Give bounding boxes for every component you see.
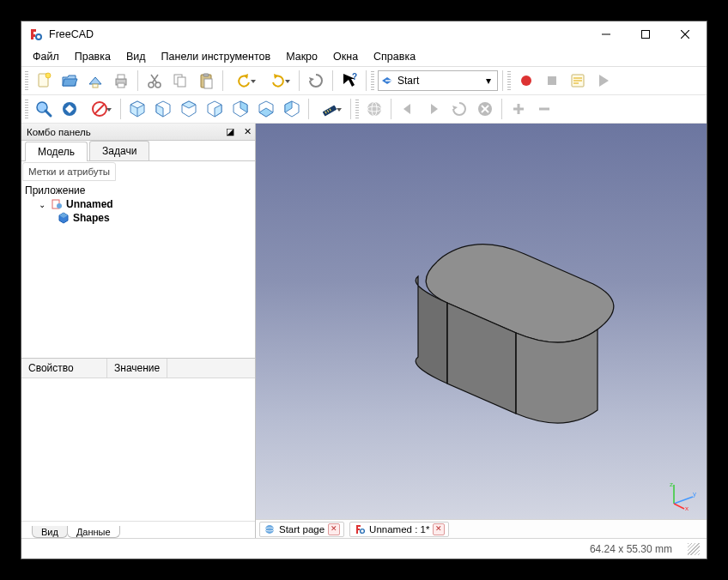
tab-data[interactable]: Данные [67, 526, 120, 538]
svg-text:z: z [670, 480, 673, 488]
svg-line-51 [674, 504, 684, 509]
svg-point-36 [367, 102, 381, 116]
menu-help[interactable]: Справка [366, 49, 423, 64]
model-tree[interactable]: Метки и атрибуты Приложение ⌄ Unnamed [21, 161, 255, 358]
tree-document[interactable]: ⌄ Unnamed [25, 197, 252, 211]
titlebar: FreeCAD [21, 21, 707, 47]
svg-rect-10 [118, 83, 124, 88]
svg-text:?: ? [352, 72, 357, 82]
svg-point-6 [46, 73, 51, 78]
property-column-header[interactable]: Свойство [21, 359, 107, 378]
macro-record-button[interactable] [514, 69, 538, 93]
toolbar-file: ? Start ▾ [21, 67, 707, 95]
svg-point-11 [149, 82, 154, 88]
tree-label: Shapes [73, 212, 110, 224]
web-home-button[interactable] [362, 97, 386, 121]
menu-file[interactable]: Файл [25, 49, 67, 64]
view-right-button[interactable] [203, 97, 227, 121]
toolbar-grip-icon[interactable] [25, 71, 28, 90]
svg-text:x: x [685, 504, 689, 511]
doctab-label: Start page [279, 524, 325, 535]
view-top-button[interactable] [177, 97, 201, 121]
tab-tasks[interactable]: Задачи [89, 141, 149, 160]
menu-toolpanels[interactable]: Панели инструментов [154, 49, 279, 64]
3d-viewport[interactable]: z y x [256, 124, 707, 519]
globe-icon [264, 523, 276, 535]
view-front-button[interactable] [151, 97, 175, 121]
tree-shape[interactable]: Shapes [25, 211, 252, 225]
zoom-selection-button[interactable] [58, 97, 82, 121]
close-button[interactable] [665, 22, 705, 46]
nav-refresh-button[interactable] [447, 97, 471, 121]
svg-point-21 [521, 76, 531, 86]
measure-button[interactable] [313, 97, 346, 121]
svg-rect-9 [118, 75, 124, 79]
svg-rect-22 [548, 76, 556, 85]
svg-line-28 [46, 111, 51, 116]
combo-tabs: Модель Задачи [21, 141, 255, 161]
workbench-selector[interactable]: Start ▾ [378, 70, 498, 91]
refresh-button[interactable] [304, 69, 328, 93]
nav-forward-button[interactable] [422, 97, 446, 121]
zoom-in-button[interactable] [507, 97, 531, 121]
menu-view[interactable]: Вид [118, 49, 154, 64]
macro-edit-button[interactable] [566, 69, 590, 93]
panel-close-button[interactable]: ✕ [240, 125, 255, 139]
tree-root[interactable]: Приложение [25, 184, 252, 197]
combo-panel-title: Комбо панель ◪ ✕ [21, 124, 255, 141]
document-tabs: Start page ✕ Unnamed : 1* ✕ [256, 519, 707, 538]
view-bottom-button[interactable] [254, 97, 278, 121]
menubar: Файл Правка Вид Панели инструментов Макр… [21, 47, 707, 66]
svg-line-50 [674, 497, 693, 504]
resize-grip-icon[interactable] [688, 543, 700, 555]
menu-macro[interactable]: Макро [278, 49, 325, 64]
doctab-startpage[interactable]: Start page ✕ [259, 522, 344, 537]
toolbar-grip-icon[interactable] [507, 71, 511, 90]
new-button[interactable] [32, 69, 56, 93]
cut-button[interactable] [143, 69, 167, 93]
toolbar-grip-icon[interactable] [355, 100, 359, 118]
menu-windows[interactable]: Окна [325, 49, 366, 64]
view-rear-button[interactable] [228, 97, 252, 121]
open-button[interactable] [58, 69, 82, 93]
paste-button[interactable] [194, 69, 218, 93]
combo-panel: Комбо панель ◪ ✕ Модель Задачи Метки и а… [21, 124, 256, 538]
toolbar-grip-icon[interactable] [25, 100, 28, 118]
zoom-out-button[interactable] [532, 97, 556, 121]
statusbar: 64.24 x 55.30 mm [21, 538, 707, 559]
redo-button[interactable] [262, 69, 294, 93]
nav-back-button[interactable] [396, 97, 420, 121]
print-button[interactable] [109, 69, 133, 93]
draw-style-button[interactable] [83, 97, 116, 121]
panel-float-button[interactable]: ◪ [222, 125, 238, 139]
value-column-header[interactable]: Значение [107, 359, 167, 378]
undo-button[interactable] [228, 69, 260, 93]
doctab-unnamed[interactable]: Unnamed : 1* ✕ [349, 522, 449, 537]
svg-rect-18 [203, 74, 209, 76]
close-icon[interactable]: ✕ [433, 523, 445, 535]
svg-rect-2 [642, 31, 650, 39]
svg-rect-19 [204, 79, 212, 88]
tab-model[interactable]: Модель [25, 142, 88, 161]
zoom-fit-button[interactable] [32, 97, 56, 121]
property-body[interactable] [21, 378, 255, 521]
tab-view[interactable]: Вид [32, 526, 68, 538]
chevron-down-icon: ▾ [482, 75, 495, 87]
expand-icon[interactable]: ⌄ [37, 200, 47, 209]
macro-stop-button[interactable] [540, 69, 564, 93]
macro-play-button[interactable] [592, 69, 616, 93]
maximize-button[interactable] [626, 22, 665, 46]
view-area: z y x Start page ✕ Unnamed : 1* ✕ [256, 124, 707, 538]
close-icon[interactable]: ✕ [328, 523, 340, 535]
save-button[interactable] [83, 69, 107, 93]
copy-button[interactable] [168, 69, 192, 93]
toolbar-grip-icon[interactable] [371, 71, 374, 90]
svg-point-0 [36, 34, 41, 39]
menu-edit[interactable]: Правка [67, 49, 118, 64]
nav-stop-button[interactable] [473, 97, 497, 121]
minimize-button[interactable] [586, 22, 626, 46]
whatsthis-button[interactable]: ? [337, 69, 361, 93]
view-iso-button[interactable] [125, 97, 149, 121]
property-tabs: Вид Данные [21, 521, 255, 538]
view-left-button[interactable] [280, 97, 304, 121]
